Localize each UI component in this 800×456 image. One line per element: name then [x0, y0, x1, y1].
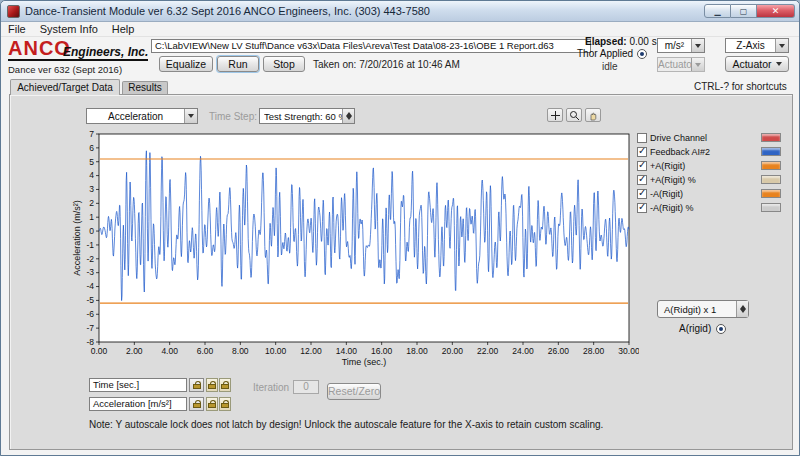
legend-row: ✓ Feedback AI#2	[637, 145, 781, 158]
svg-text:4: 4	[89, 170, 94, 180]
svg-text:8.00: 8.00	[232, 346, 249, 356]
axis-value: Z-Axis	[726, 40, 775, 51]
lock-icon	[221, 403, 229, 408]
units-dropdown[interactable]: m/s²	[657, 38, 705, 53]
legend-row: ✓ -A(Rigit)	[637, 187, 781, 200]
menu-item-help[interactable]: Help	[105, 23, 142, 35]
menu-item-file[interactable]: File	[1, 23, 33, 35]
logo-subtitle: Engineers, Inc.	[63, 45, 148, 59]
axis-dropdown-arrow-icon[interactable]	[775, 39, 788, 52]
pan-tool-button[interactable]	[585, 108, 601, 122]
close-button[interactable]: ✕	[757, 4, 795, 18]
legend-plot-swatch[interactable]	[761, 147, 781, 156]
legend-plot-swatch[interactable]	[761, 203, 781, 212]
signal-type-value: Acceleration	[87, 111, 184, 122]
svg-text:1: 1	[89, 212, 94, 222]
version-label: Dance ver 632 (Sept 2016)	[8, 64, 122, 75]
svg-text:28.00: 28.00	[583, 346, 605, 356]
test-strength-spinner[interactable]: Test Strength: 60 %	[259, 108, 355, 124]
tab-results[interactable]: Results	[122, 81, 168, 94]
check-icon: ✓	[638, 201, 646, 212]
svg-text:-5: -5	[86, 295, 94, 305]
rigid-radio-label: A(rigid)	[679, 323, 711, 334]
svg-text:12.00: 12.00	[300, 346, 322, 356]
equalize-button[interactable]: Equalize	[159, 56, 213, 72]
svg-text:20.00: 20.00	[442, 346, 464, 356]
y-axis-autoscale-button[interactable]	[206, 397, 218, 411]
graph-tools-palette	[547, 108, 601, 122]
spin-down-icon[interactable]	[740, 309, 746, 316]
gain-spin-buttons[interactable]	[736, 301, 748, 317]
maximize-button[interactable]: ▢	[731, 4, 757, 18]
legend-label[interactable]: Feedback AI#2	[650, 147, 758, 157]
test-strength-spin-buttons[interactable]	[342, 109, 354, 123]
taken-timestamp: Taken on: 7/20/2016 at 10:46 AM	[313, 59, 460, 70]
legend-plot-swatch[interactable]	[761, 189, 781, 198]
legend-plot-swatch[interactable]	[761, 133, 781, 142]
x-axis-format-button[interactable]	[219, 378, 231, 392]
signal-dropdown-arrow-icon[interactable]	[184, 109, 197, 123]
legend-plot-swatch[interactable]	[761, 175, 781, 184]
svg-text:10.00: 10.00	[265, 346, 287, 356]
cursor-tool-button[interactable]	[547, 108, 563, 122]
iteration-value: 0	[293, 380, 319, 394]
check-icon: ✓	[638, 159, 646, 170]
thor-applied-radio[interactable]	[637, 49, 647, 59]
svg-text:Time (sec.): Time (sec.)	[342, 357, 387, 367]
zoom-tool-button[interactable]	[566, 108, 582, 122]
svg-text:22.00: 22.00	[477, 346, 499, 356]
file-path-display[interactable]: C:\LabVIEW\New LV Stuff\Dance v63x\Data …	[151, 39, 591, 53]
x-axis-lock-button[interactable]	[189, 378, 204, 392]
run-button[interactable]: Run	[217, 56, 259, 72]
menu-item-system-info[interactable]: System Info	[33, 23, 105, 35]
legend-plot-swatch[interactable]	[761, 161, 781, 170]
status-text: idle	[602, 61, 618, 72]
svg-text:2: 2	[89, 198, 94, 208]
legend-label[interactable]: Drive Channel	[650, 133, 758, 143]
svg-text:2.00: 2.00	[126, 346, 143, 356]
svg-text:6.00: 6.00	[197, 346, 214, 356]
x-axis-autoscale-button[interactable]	[206, 378, 218, 392]
svg-text:-6: -6	[86, 309, 94, 319]
y-axis-name-box[interactable]: Acceleration [m/s²]	[89, 397, 187, 411]
signal-type-dropdown[interactable]: Acceleration	[86, 108, 198, 124]
svg-text:0.00: 0.00	[91, 346, 108, 356]
stop-button[interactable]: Stop	[263, 56, 305, 72]
reset-zero-button[interactable]: Reset/Zero	[327, 383, 381, 400]
y-axis-lock-button[interactable]	[189, 397, 204, 411]
legend-row: ✓ -A(Rigit) %	[637, 201, 781, 214]
legend-label[interactable]: +A(Rigit) %	[650, 175, 758, 185]
x-axis-name-box[interactable]: Time [sec.]	[89, 378, 187, 392]
menu-bar: File System Info Help	[1, 22, 799, 37]
legend-label[interactable]: +A(Rigit)	[650, 161, 758, 171]
spin-down-icon[interactable]	[346, 116, 352, 123]
svg-text:6: 6	[89, 143, 94, 153]
hand-icon	[588, 110, 599, 121]
spin-up-icon[interactable]	[740, 302, 746, 309]
title-bar[interactable]: Dance-Transient Module ver 6.32 Sept 201…	[1, 1, 799, 22]
check-icon: ✓	[638, 173, 646, 184]
logo-underline	[8, 59, 148, 61]
tab-achieved-target-data[interactable]: Achieved/Target Data	[10, 79, 120, 95]
units-dropdown-arrow-icon[interactable]	[691, 39, 704, 52]
spin-up-icon[interactable]	[346, 109, 352, 116]
svg-text:-1: -1	[86, 240, 94, 250]
svg-text:-2: -2	[86, 254, 94, 264]
waveform-chart[interactable]: 76543210-1-2-3-4-5-6-7-80.002.004.006.00…	[71, 127, 639, 367]
y-axis-format-button[interactable]	[219, 397, 231, 411]
svg-text:Acceleration (m/s²): Acceleration (m/s²)	[72, 200, 82, 276]
svg-text:14.00: 14.00	[336, 346, 358, 356]
actuator-disabled-arrow-icon	[691, 58, 704, 71]
legend-label[interactable]: -A(Rigit)	[650, 189, 758, 199]
rigid-radio-row: A(rigid)	[679, 323, 726, 334]
svg-text:26.00: 26.00	[548, 346, 570, 356]
gain-stepper[interactable]: A(Ridgit) x 1	[657, 300, 749, 318]
iteration-label: Iteration	[253, 382, 289, 393]
minimize-button[interactable]: ▁	[704, 4, 731, 18]
actuator-button[interactable]: Actuator	[725, 56, 789, 72]
rigid-radio[interactable]	[716, 324, 726, 334]
axis-dropdown[interactable]: Z-Axis	[725, 38, 789, 53]
scaling-note: Note: Y autoscale lock does not latch by…	[89, 419, 603, 430]
svg-text:4.00: 4.00	[161, 346, 178, 356]
legend-label[interactable]: -A(Rigit) %	[650, 203, 758, 213]
